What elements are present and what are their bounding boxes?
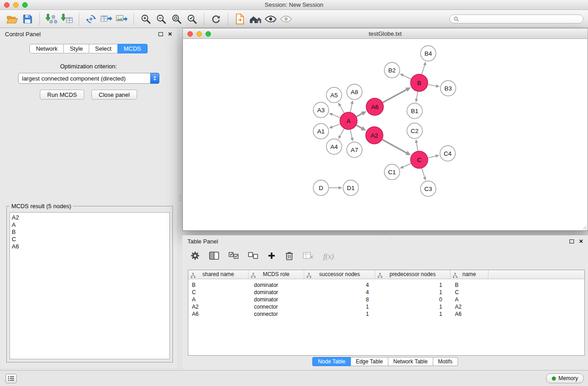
graph-node-B3[interactable]: B3 bbox=[440, 81, 456, 96]
table-row-A[interactable]: Adominator80A bbox=[188, 296, 584, 303]
panel-splitter-handle[interactable] bbox=[179, 195, 182, 201]
close-window-button[interactable] bbox=[4, 2, 10, 8]
mcds-result-item[interactable]: C bbox=[12, 236, 169, 243]
tab-network[interactable]: Network bbox=[29, 44, 64, 53]
float-panel-icon[interactable] bbox=[158, 31, 163, 38]
graph-node-D1[interactable]: D1 bbox=[343, 180, 359, 195]
mcds-result-item[interactable]: A2 bbox=[12, 214, 169, 221]
select-all-button[interactable] bbox=[229, 252, 239, 261]
graph-edge-C-C2[interactable] bbox=[416, 143, 418, 151]
tab-style[interactable]: Style bbox=[64, 44, 89, 53]
graph-node-B1[interactable]: B1 bbox=[407, 103, 422, 119]
show-view-button[interactable] bbox=[278, 11, 294, 27]
graph-edge-B-B2[interactable] bbox=[403, 75, 411, 79]
zoom-fit-button[interactable] bbox=[169, 11, 184, 27]
graph-node-B[interactable]: B bbox=[411, 74, 428, 91]
close-panel-button[interactable]: Close panel bbox=[91, 90, 137, 100]
zoom-window-button[interactable] bbox=[22, 2, 28, 8]
function-builder-button[interactable]: f(x) bbox=[323, 252, 334, 261]
zoom-selected-button[interactable] bbox=[184, 11, 200, 27]
tab-node-table[interactable]: Node Table bbox=[312, 357, 351, 366]
graph-edge-C-C4[interactable] bbox=[428, 156, 436, 158]
close-panel-icon[interactable]: × bbox=[168, 31, 172, 37]
new-network-from-selection-button[interactable] bbox=[83, 11, 99, 27]
graph-node-C3[interactable]: C3 bbox=[421, 181, 436, 196]
refresh-view-button[interactable] bbox=[208, 11, 224, 27]
zoom-in-button[interactable] bbox=[138, 11, 153, 27]
memory-button[interactable]: Memory bbox=[546, 373, 584, 383]
mcds-result-item[interactable]: B bbox=[12, 229, 169, 236]
graph-node-A3[interactable]: A3 bbox=[313, 102, 329, 118]
graph-edge-A-A1[interactable] bbox=[332, 124, 340, 127]
zoom-view-button[interactable] bbox=[206, 31, 211, 37]
import-network-button[interactable] bbox=[44, 11, 59, 27]
graph-node-A5[interactable]: A5 bbox=[326, 87, 342, 103]
search-input[interactable] bbox=[461, 16, 579, 22]
graph-edge-A-A7[interactable] bbox=[350, 130, 352, 138]
minimize-view-button[interactable] bbox=[196, 31, 202, 37]
show-columns-button[interactable] bbox=[209, 252, 219, 262]
table-row-C[interactable]: Cdominator41C bbox=[188, 289, 584, 296]
export-table-button[interactable] bbox=[99, 11, 114, 27]
tab-mcds[interactable]: MCDS bbox=[118, 44, 147, 53]
table-row-A6[interactable]: A6connector11A6 bbox=[188, 310, 584, 318]
tab-select[interactable]: Select bbox=[89, 44, 118, 53]
table-row-B[interactable]: Bdominator41B bbox=[188, 281, 584, 289]
export-image-button[interactable] bbox=[114, 11, 129, 27]
mcds-result-item[interactable]: A6 bbox=[12, 243, 169, 250]
delete-table-button[interactable] bbox=[303, 252, 314, 262]
delete-row-button[interactable] bbox=[285, 251, 293, 262]
graph-edge-A6-B[interactable] bbox=[383, 90, 407, 103]
annotation-visibility-button[interactable] bbox=[263, 11, 278, 27]
column-header-predecessor-nodes[interactable]: predecessor nodes bbox=[375, 270, 450, 279]
graph-node-C1[interactable]: C1 bbox=[384, 164, 400, 180]
tab-motifs[interactable]: Motifs bbox=[433, 357, 458, 366]
close-view-button[interactable] bbox=[187, 31, 193, 37]
save-session-button[interactable] bbox=[20, 11, 35, 27]
graph-edge-A-A8[interactable] bbox=[350, 104, 352, 112]
zoom-out-button[interactable] bbox=[153, 11, 169, 27]
graph-node-A8[interactable]: A8 bbox=[347, 84, 362, 100]
graph-node-C2[interactable]: C2 bbox=[407, 123, 422, 138]
home-button[interactable] bbox=[248, 11, 263, 27]
panel-splitter-handle[interactable] bbox=[382, 232, 388, 234]
graph-edge-A-A5[interactable] bbox=[340, 105, 344, 113]
graph-node-D[interactable]: D bbox=[313, 180, 329, 195]
run-mcds-button[interactable]: Run MCDS bbox=[40, 90, 84, 100]
export-document-button[interactable] bbox=[232, 11, 248, 27]
add-row-button[interactable] bbox=[268, 252, 276, 262]
task-history-button[interactable] bbox=[5, 374, 17, 383]
graph-edge-A-A3[interactable] bbox=[332, 114, 340, 118]
graph-edge-C-C1[interactable] bbox=[403, 163, 411, 167]
graph-node-A4[interactable]: A4 bbox=[326, 139, 342, 154]
graph-node-A2[interactable]: A2 bbox=[366, 127, 383, 144]
graph-edge-B-B3[interactable] bbox=[428, 85, 437, 86]
graph-edge-C-C3[interactable] bbox=[422, 168, 425, 177]
tab-network-table[interactable]: Network Table bbox=[388, 357, 433, 366]
graph-node-B4[interactable]: B4 bbox=[421, 46, 436, 61]
optimization-dropdown[interactable]: largest connected component (directed) bbox=[18, 73, 159, 84]
graph-edge-A2-C[interactable] bbox=[382, 140, 407, 153]
resize-corner-icon[interactable] bbox=[582, 224, 587, 230]
graph-node-B2[interactable]: B2 bbox=[384, 62, 400, 78]
minimize-window-button[interactable] bbox=[13, 2, 19, 8]
column-header-name[interactable]: name bbox=[450, 270, 488, 279]
table-settings-button[interactable] bbox=[191, 251, 200, 262]
graph-edge-B-B4[interactable] bbox=[422, 65, 425, 74]
close-panel-icon[interactable]: × bbox=[579, 238, 583, 244]
column-header-shared-name[interactable]: shared name bbox=[188, 270, 249, 279]
column-header-successor-nodes[interactable]: successor nodes bbox=[304, 270, 375, 279]
column-header-MCDS-role[interactable]: MCDS role bbox=[249, 270, 304, 279]
graph-node-A7[interactable]: A7 bbox=[347, 142, 362, 157]
tab-edge-table[interactable]: Edge Table bbox=[351, 357, 388, 366]
graph-edge-A-A4[interactable] bbox=[340, 129, 344, 136]
graph-node-A[interactable]: A bbox=[340, 112, 357, 129]
graph-node-A1[interactable]: A1 bbox=[313, 124, 329, 139]
graph-node-C4[interactable]: C4 bbox=[440, 146, 455, 161]
open-session-button[interactable] bbox=[5, 11, 20, 27]
graph-node-C[interactable]: C bbox=[411, 151, 428, 168]
graph-edge-B-B1[interactable] bbox=[416, 92, 418, 100]
mcds-result-item[interactable]: A bbox=[12, 221, 169, 229]
deselect-all-button[interactable] bbox=[248, 252, 258, 261]
network-canvas[interactable]: B4B2BB3A8A5A6A3B1AA1C2A2A4A7C4CC1C3DD1 bbox=[182, 39, 588, 231]
